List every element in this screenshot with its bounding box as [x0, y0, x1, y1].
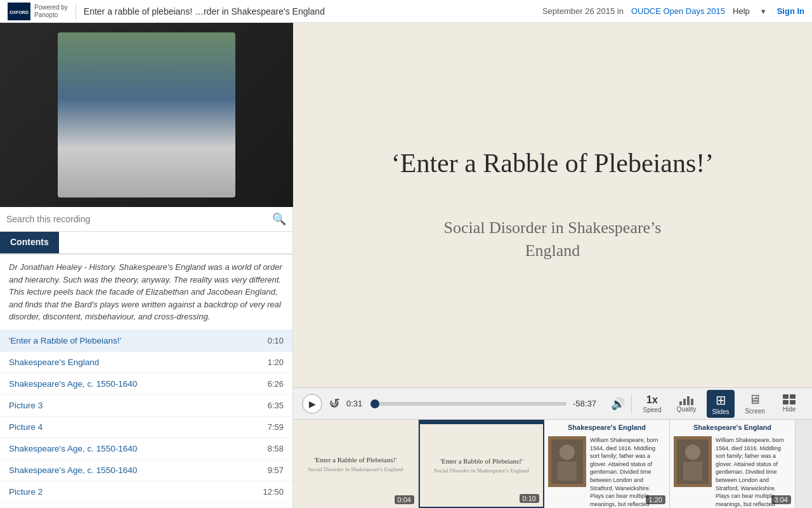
svg-text:OXFORD: OXFORD — [10, 10, 29, 15]
thumb-3-time: 1:20 — [646, 495, 665, 504]
contents-item-4[interactable]: Picture 47:59 — [0, 417, 292, 438]
volume-icon: 🔊 — [611, 397, 625, 411]
thumb-4-image — [674, 436, 712, 487]
main-layout: 🔍 Contents Dr Jonathan Healey - History.… — [0, 23, 812, 508]
oxford-shield-icon: OXFORD — [8, 3, 30, 20]
thumb-2-time: 0:10 — [520, 494, 539, 503]
thumb-1-time: 0:04 — [395, 495, 414, 504]
hide-label: Hide — [783, 406, 796, 413]
video-placeholder — [0, 23, 293, 207]
thumb-2-title: 'Enter a Rabble of Plebeians!' — [440, 457, 523, 465]
contents-item-time-6: 9:57 — [268, 465, 284, 475]
contents-item-title-6: Shakespeare's Age, c. 1550-1640 — [9, 465, 137, 475]
progress-bar[interactable] — [373, 402, 566, 406]
tab-contents[interactable]: Contents — [0, 232, 59, 253]
thumb-1-subtitle: Social Disorder in Shakespeare's England — [308, 466, 403, 472]
slide-content: ‘Enter a Rabble of Plebeians!’ Social Di… — [366, 123, 739, 288]
svg-point-3 — [560, 444, 575, 460]
contents-list: Dr Jonathan Healey - History. Shakespear… — [0, 255, 292, 508]
time-remaining: -58:37 — [573, 399, 605, 408]
search-icon[interactable]: 🔍 — [272, 212, 286, 226]
play-button[interactable]: ▶ — [302, 394, 322, 414]
header-actions: Help ▼ Sign In — [733, 6, 804, 16]
slide-title: ‘Enter a Rabble of Plebeians!’ — [391, 148, 714, 178]
header-divider — [75, 4, 76, 19]
thumbnail-strip: 'Enter a Rabble of Plebeians!' Social Di… — [293, 419, 812, 508]
speed-label: Speed — [643, 406, 662, 413]
header-title: Enter a rabble of plebeians! …rder in Sh… — [84, 6, 535, 17]
quality-icon — [679, 395, 693, 405]
lecture-description: Dr Jonathan Healey - History. Shakespear… — [0, 255, 292, 330]
help-chevron-icon: ▼ — [760, 8, 767, 15]
powered-by-text: Powered by Panopto — [34, 4, 68, 19]
thumbnail-1[interactable]: 'Enter a Rabble of Plebeians!' Social Di… — [293, 420, 419, 508]
thumb-4-heading: Shakespeare's England — [670, 420, 795, 432]
thumbnail-3[interactable]: Shakespeare's England William Shakespear… — [544, 420, 670, 508]
right-panel: ‘Enter a Rabble of Plebeians!’ Social Di… — [293, 23, 812, 508]
contents-item-2[interactable]: Shakespeare's Age, c. 1550-16406:26 — [0, 373, 292, 395]
contents-item-title-3: Picture 3 — [9, 401, 43, 410]
contents-item-time-0: 0:10 — [268, 336, 284, 345]
slides-label: Slides — [712, 408, 729, 415]
contents-item-1[interactable]: Shakespeare's England1:20 — [0, 352, 292, 373]
slides-control[interactable]: ⊞ Slides — [707, 390, 735, 418]
contents-item-time-1: 1:20 — [268, 358, 284, 367]
video-background — [58, 32, 235, 197]
contents-item-3[interactable]: Picture 36:35 — [0, 395, 292, 417]
contents-item-8[interactable]: Shakespeare's Age, c. 1550-164012:56 — [0, 503, 292, 509]
slide-area: ‘Enter a Rabble of Plebeians!’ Social Di… — [293, 23, 812, 387]
hide-control[interactable]: Hide — [775, 394, 803, 413]
contents-item-5[interactable]: Shakespeare's Age, c. 1550-16408:58 — [0, 438, 292, 460]
screen-label: Screen — [745, 408, 765, 415]
screen-control[interactable]: 🖥 Screen — [741, 392, 769, 415]
thumb-1-title: 'Enter a Rabble of Plebeians!' — [315, 456, 397, 464]
contents-item-0[interactable]: 'Enter a Rabble of Plebeians!'0:10 — [0, 330, 292, 352]
contents-item-time-5: 8:58 — [268, 444, 284, 453]
contents-item-title-4: Picture 4 — [9, 422, 43, 432]
left-panel: 🔍 Contents Dr Jonathan Healey - History.… — [0, 23, 293, 508]
video-area — [0, 23, 293, 207]
thumb-2-subtitle: Social Disorder in Shakespeare's England — [434, 467, 529, 474]
thumb-3-heading: Shakespeare's England — [544, 420, 669, 432]
header-date: September 26 2015 in — [542, 6, 624, 16]
help-button[interactable]: Help — [733, 6, 750, 16]
header: OXFORD Powered by Panopto Enter a rabble… — [0, 0, 812, 23]
svg-rect-7 — [683, 462, 702, 481]
thumbnail-4[interactable]: Shakespeare's England William Shakespear… — [670, 420, 796, 508]
contents-item-title-7: Picture 2 — [9, 487, 43, 497]
thumb-4-time: 3:04 — [771, 495, 791, 504]
contents-item-time-3: 6:35 — [268, 401, 284, 410]
controls-divider — [631, 394, 632, 413]
thumbnail-2[interactable]: 'Enter a Rabble of Plebeians!' Social Di… — [419, 420, 544, 508]
slides-icon: ⊞ — [716, 392, 726, 408]
search-input[interactable] — [6, 214, 272, 224]
svg-point-6 — [685, 444, 700, 460]
volume-button[interactable]: 🔊 — [611, 397, 625, 411]
search-bar: 🔍 — [0, 207, 292, 232]
screen-icon: 🖥 — [749, 392, 761, 407]
contents-item-title-5: Shakespeare's Age, c. 1550-1640 — [9, 444, 137, 453]
contents-item-title-2: Shakespeare's Age, c. 1550-1640 — [9, 379, 137, 389]
contents-item-7[interactable]: Picture 212:50 — [0, 481, 292, 503]
hide-icon — [783, 394, 796, 404]
signin-button[interactable]: Sign In — [777, 6, 804, 16]
contents-item-time-2: 6:26 — [268, 379, 284, 389]
controls-bar: ▶ ↺10 0:31 -58:37 🔊 1x Speed — [293, 387, 812, 419]
contents-item-6[interactable]: Shakespeare's Age, c. 1550-16409:57 — [0, 460, 292, 481]
quality-control[interactable]: Quality — [672, 395, 700, 413]
slide-subtitle: Social Disorder in Shakespeare’s England — [391, 217, 714, 263]
contents-item-title-0: 'Enter a Rabble of Plebeians!' — [9, 336, 121, 345]
svg-rect-4 — [558, 462, 577, 481]
contents-item-title-1: Shakespeare's England — [9, 358, 99, 367]
speed-control[interactable]: 1x Speed — [638, 394, 666, 413]
video-person — [58, 32, 235, 197]
tab-bar: Contents — [0, 232, 292, 255]
time-current: 0:31 — [346, 399, 367, 408]
quality-label: Quality — [676, 406, 696, 413]
contents-item-time-7: 12:50 — [263, 487, 284, 497]
contents-item-time-4: 7:59 — [268, 422, 284, 432]
header-event-link[interactable]: OUDCE Open Days 2015 — [631, 6, 725, 16]
progress-thumb — [370, 399, 379, 408]
thumb-3-image — [548, 436, 586, 487]
skip-back-button[interactable]: ↺10 — [329, 396, 340, 412]
